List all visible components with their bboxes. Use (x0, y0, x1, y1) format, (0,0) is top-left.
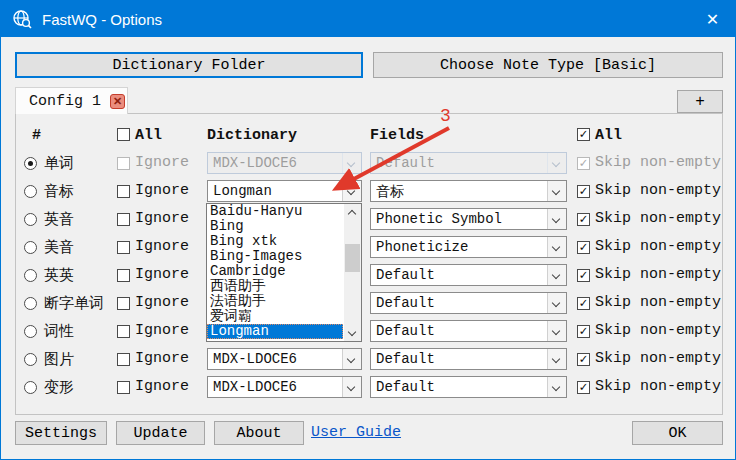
ok-button[interactable]: OK (632, 421, 723, 445)
row-radio[interactable] (24, 381, 37, 394)
all-skip-checkbox[interactable]: ✓ (577, 128, 590, 141)
row-radio[interactable] (24, 213, 37, 226)
row-label: 图片 (44, 350, 74, 369)
dropdown-scrollbar[interactable] (344, 204, 361, 341)
skip-checkbox[interactable]: ✓ (577, 157, 590, 170)
ignore-checkbox[interactable] (117, 325, 130, 338)
skip-checkbox[interactable]: ✓ (577, 269, 590, 282)
dropdown-item[interactable]: Bing xtk (207, 234, 343, 249)
fastwq-globe-icon (12, 9, 32, 29)
skip-checkbox[interactable]: ✓ (577, 185, 590, 198)
scroll-up-button[interactable] (344, 204, 361, 220)
column-header-all-right: All (595, 127, 622, 144)
dropdown-item[interactable]: Bing (207, 219, 343, 234)
ignore-checkbox[interactable] (117, 213, 130, 226)
tab-close-icon[interactable]: ✕ (110, 94, 125, 109)
column-header-fields: Fields (370, 127, 424, 144)
dictionary-select[interactable]: MDX-LDOCE6 (207, 348, 362, 370)
chevron-down-icon[interactable] (547, 293, 566, 313)
row-radio[interactable] (24, 325, 37, 338)
tab-config-1[interactable]: Config 1 ✕ (15, 87, 128, 114)
chevron-down-icon[interactable] (547, 153, 566, 173)
ignore-label: Ignore (135, 238, 189, 255)
chevron-down-icon[interactable] (547, 321, 566, 341)
fields-select-value: Default (376, 295, 435, 311)
chevron-down-icon[interactable] (547, 377, 566, 397)
add-config-button[interactable]: + (677, 90, 723, 113)
row-label: 美音 (44, 238, 74, 257)
dropdown-item[interactable]: Longman (207, 324, 343, 339)
dictionary-select[interactable]: Longman (207, 180, 362, 202)
fields-select[interactable]: Default (370, 376, 567, 398)
skip-checkbox[interactable]: ✓ (577, 353, 590, 366)
fields-select[interactable]: Default (370, 292, 567, 314)
all-ignore-checkbox[interactable] (117, 128, 130, 141)
column-header-hash: # (32, 127, 41, 144)
user-guide-link[interactable]: User Guide (311, 424, 401, 441)
ignore-checkbox[interactable] (117, 185, 130, 198)
skip-checkbox[interactable]: ✓ (577, 297, 590, 310)
row-radio[interactable] (24, 185, 37, 198)
chevron-down-icon[interactable] (547, 349, 566, 369)
dictionary-select-value: MDX-LDOCE6 (213, 351, 297, 367)
skip-label: Skip non-empty (595, 266, 721, 283)
fields-select-value: 音标 (376, 183, 404, 201)
ignore-checkbox[interactable] (117, 297, 130, 310)
fields-select[interactable]: Default (370, 348, 567, 370)
fields-select[interactable]: Phoneticize (370, 236, 567, 258)
ignore-checkbox[interactable] (117, 381, 130, 394)
chevron-down-icon[interactable] (547, 237, 566, 257)
table-row: 音标IgnoreLongman音标✓Skip non-empty (16, 177, 722, 205)
scroll-thumb[interactable] (345, 244, 360, 272)
fields-select[interactable]: 音标 (370, 180, 567, 202)
dictionary-folder-button[interactable]: Dictionary Folder (15, 52, 363, 78)
ignore-checkbox[interactable] (117, 269, 130, 282)
chevron-down-icon[interactable] (342, 181, 361, 201)
chevron-down-icon[interactable] (547, 181, 566, 201)
choose-note-type-button[interactable]: Choose Note Type [Basic] (373, 52, 723, 78)
dropdown-item[interactable]: 西语助手 (207, 279, 343, 294)
options-dialog: FastWQ - Options ✕ Dictionary Folder Cho… (0, 0, 736, 460)
chevron-down-icon[interactable] (547, 209, 566, 229)
fields-select[interactable]: Default (370, 264, 567, 286)
scroll-down-button[interactable] (344, 325, 361, 341)
fields-select[interactable]: Default (370, 320, 567, 342)
skip-checkbox[interactable]: ✓ (577, 325, 590, 338)
settings-button[interactable]: Settings (15, 421, 107, 445)
ignore-checkbox[interactable] (117, 157, 130, 170)
chevron-down-icon[interactable] (547, 265, 566, 285)
row-label: 单词 (44, 154, 74, 173)
row-radio[interactable] (24, 157, 37, 170)
dropdown-item[interactable]: 法语助手 (207, 294, 343, 309)
skip-label: Skip non-empty (595, 182, 721, 199)
dictionary-dropdown-list: Baidu-HanyuBingBing xtkBing-ImagesCambri… (206, 203, 362, 342)
column-header-all-left: All (135, 127, 162, 144)
chevron-down-icon[interactable] (342, 377, 361, 397)
dropdown-item[interactable]: 爱词霸 (207, 309, 343, 324)
skip-label: Skip non-empty (595, 294, 721, 311)
row-radio[interactable] (24, 241, 37, 254)
row-radio[interactable] (24, 353, 37, 366)
fields-select[interactable]: Default (370, 152, 567, 174)
row-radio[interactable] (24, 297, 37, 310)
dropdown-item[interactable]: Bing-Images (207, 249, 343, 264)
table-row: 断字单词IgnoreDefault✓Skip non-empty (16, 289, 722, 317)
window-close-button[interactable]: ✕ (690, 1, 735, 37)
chevron-down-icon[interactable] (342, 153, 361, 173)
dictionary-select[interactable]: MDX-LDOCE6 (207, 152, 362, 174)
skip-checkbox[interactable]: ✓ (577, 381, 590, 394)
row-label: 词性 (44, 322, 74, 341)
dropdown-item[interactable]: Cambridge (207, 264, 343, 279)
skip-checkbox[interactable]: ✓ (577, 213, 590, 226)
dictionary-select[interactable]: MDX-LDOCE6 (207, 376, 362, 398)
column-header-dictionary: Dictionary (207, 127, 297, 144)
update-button[interactable]: Update (116, 421, 205, 445)
row-radio[interactable] (24, 269, 37, 282)
dropdown-item[interactable]: Baidu-Hanyu (207, 204, 343, 219)
chevron-down-icon[interactable] (342, 349, 361, 369)
ignore-checkbox[interactable] (117, 353, 130, 366)
ignore-checkbox[interactable] (117, 241, 130, 254)
about-button[interactable]: About (214, 421, 304, 445)
fields-select[interactable]: Phonetic Symbols (US) (370, 208, 567, 230)
skip-checkbox[interactable]: ✓ (577, 241, 590, 254)
